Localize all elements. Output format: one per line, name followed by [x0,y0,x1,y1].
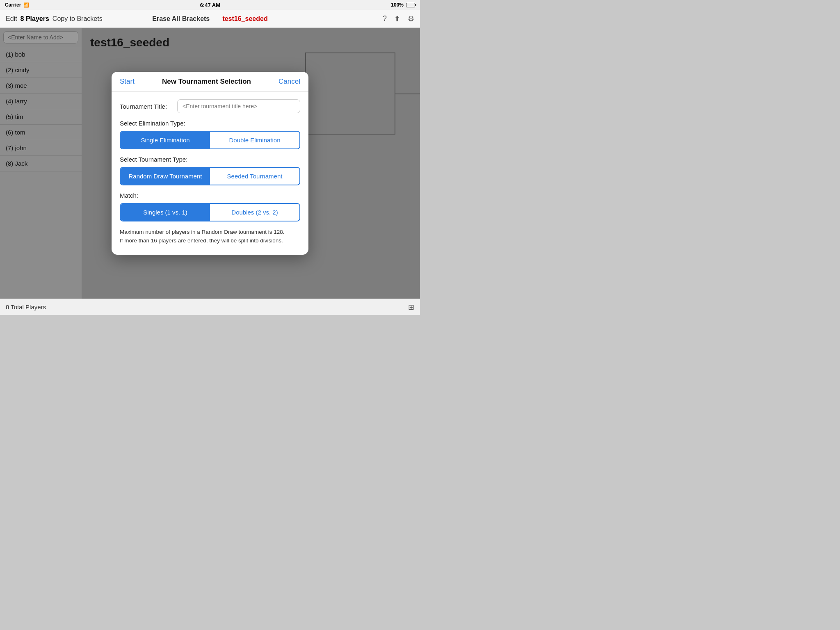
modal-cancel-button[interactable]: Cancel [278,78,300,86]
match-toggle: Singles (1 vs. 1) Doubles (2 vs. 2) [120,203,300,221]
wifi-icon: 📶 [23,2,29,8]
double-elimination-button[interactable]: Double Elimination [210,132,299,148]
modal-dialog: Start New Tournament Selection Cancel To… [112,72,308,255]
modal-header: Start New Tournament Selection Cancel [112,72,308,92]
info-text: Maximum number of players in a Random Dr… [120,228,300,245]
settings-icon[interactable]: ⚙ [408,14,414,23]
total-players-label: 8 Total Players [6,304,46,310]
modal-title: New Tournament Selection [162,78,251,86]
carrier-label: Carrier [5,2,21,8]
seeded-tournament-button[interactable]: Seeded Tournament [210,168,299,185]
nav-right: ? ⬆ ⚙ [278,14,414,23]
players-count: 8 Players [21,15,49,23]
modal-overlay: Start New Tournament Selection Cancel To… [0,28,420,299]
erase-all-brackets-button[interactable]: Erase All Brackets [152,15,210,22]
battery-icon [406,3,415,7]
status-left: Carrier 📶 [5,2,29,8]
modal-start-button[interactable]: Start [120,78,135,86]
tournament-name-label: test16_seeded [222,15,267,22]
main-area: (1) bob(2) cindy(3) moe(4) larry(5) tim(… [0,28,420,299]
tournament-title-row: Tournament Title: [120,99,300,113]
tournament-title-input[interactable] [177,99,300,113]
status-bar: Carrier 📶 6:47 AM 100% [0,0,420,10]
singles-button[interactable]: Singles (1 vs. 1) [121,204,210,221]
modal-body: Tournament Title: Select Elimination Typ… [112,92,308,255]
tournament-type-toggle: Random Draw Tournament Seeded Tournament [120,167,300,185]
nav-left: Edit 8 Players Copy to Brackets [6,15,142,23]
match-label: Match: [120,192,300,199]
elimination-type-label: Select Elimination Type: [120,120,300,127]
share-icon[interactable]: ⬆ [394,14,400,23]
nav-erase-all: Erase All Brackets test16_seeded [142,15,278,23]
random-draw-tournament-button[interactable]: Random Draw Tournament [121,168,210,185]
doubles-button[interactable]: Doubles (2 vs. 2) [210,204,299,221]
edit-button[interactable]: Edit [6,15,17,23]
single-elimination-button[interactable]: Single Elimination [121,132,210,148]
contacts-icon[interactable]: ⊞ [408,303,414,312]
nav-bar: Edit 8 Players Copy to Brackets Erase Al… [0,10,420,28]
bottom-bar: 8 Total Players ⊞ [0,299,420,315]
time-label: 6:47 AM [200,2,220,8]
help-icon[interactable]: ? [383,14,387,23]
battery-percent: 100% [391,2,404,8]
elimination-type-toggle: Single Elimination Double Elimination [120,131,300,149]
copy-to-brackets-button[interactable]: Copy to Brackets [52,15,103,23]
status-right: 100% [391,2,415,8]
tournament-type-label: Select Tournament Type: [120,156,300,163]
tournament-title-label: Tournament Title: [120,103,173,110]
